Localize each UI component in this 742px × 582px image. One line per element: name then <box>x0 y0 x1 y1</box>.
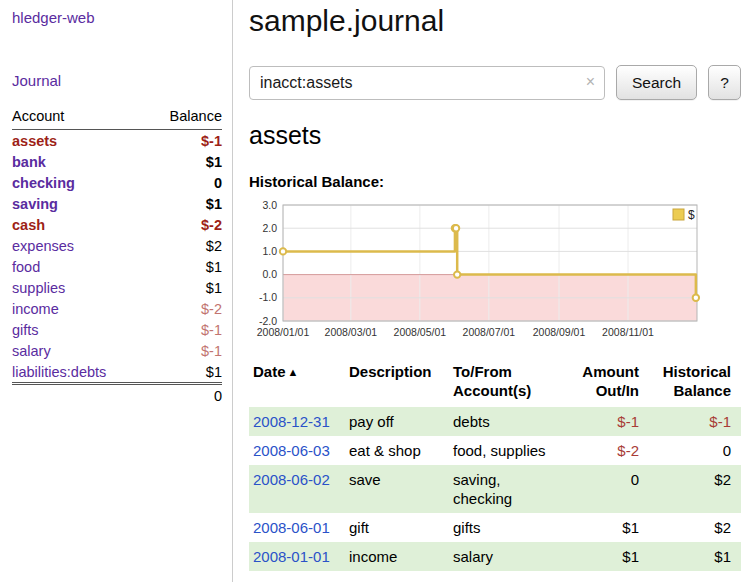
account-link[interactable]: gifts <box>12 322 39 338</box>
account-cell: bank <box>12 151 147 172</box>
search-button[interactable]: Search <box>616 65 697 100</box>
account-cell: expenses <box>12 235 147 256</box>
account-row: bank$1 <box>12 151 222 172</box>
help-button[interactable]: ? <box>708 65 741 100</box>
account-balance: $2 <box>147 235 222 256</box>
accounts-header-balance: Balance <box>147 106 222 130</box>
account-cell: supplies <box>12 277 147 298</box>
transaction-balance: $2 <box>649 465 741 513</box>
transaction-date-cell: 2008-06-03 <box>249 436 349 465</box>
transaction-accounts: salary <box>453 542 571 571</box>
svg-text:2008/01/01: 2008/01/01 <box>257 326 310 338</box>
account-row: income$-2 <box>12 298 222 319</box>
svg-text:2008/05/01: 2008/05/01 <box>394 326 447 338</box>
account-link[interactable]: expenses <box>12 238 74 254</box>
account-link[interactable]: saving <box>12 196 58 212</box>
sidebar: hledger-web Journal Account Balance asse… <box>0 0 233 582</box>
account-cell: assets <box>12 130 147 152</box>
date-header-label: Date <box>253 363 286 380</box>
transaction-accounts: gifts <box>453 513 571 542</box>
account-cell: income <box>12 298 147 319</box>
register-header-description: Description <box>349 360 453 407</box>
register-header-row: Date▲ Description To/From Account(s) Amo… <box>249 360 741 407</box>
account-cell: liabilities:debts <box>12 361 147 384</box>
transaction-date-cell: 2008-01-01 <box>249 542 349 571</box>
accounts-header-line2: Account(s) <box>453 381 561 400</box>
main-content: sample.journal × Search ? assets Histori… <box>233 0 742 582</box>
transaction-date-cell: 2008-06-02 <box>249 465 349 513</box>
transaction-date-link[interactable]: 2008-06-01 <box>253 519 330 536</box>
register-header-date[interactable]: Date▲ <box>249 360 349 407</box>
account-row: expenses$2 <box>12 235 222 256</box>
account-row: liabilities:debts$1 <box>12 361 222 384</box>
account-cell: saving <box>12 193 147 214</box>
account-cell: gifts <box>12 319 147 340</box>
account-row: gifts$-1 <box>12 319 222 340</box>
clear-search-icon[interactable]: × <box>586 73 595 91</box>
search-form: × Search ? <box>249 65 742 100</box>
account-link[interactable]: assets <box>12 133 57 149</box>
sidebar-journal-link[interactable]: Journal <box>12 72 222 89</box>
accounts-header-row: Account Balance <box>12 106 222 130</box>
transaction-date-link[interactable]: 2008-06-03 <box>253 442 330 459</box>
register-row: 2008-06-01giftgifts$1$2 <box>249 513 741 542</box>
account-link[interactable]: checking <box>12 175 75 191</box>
transaction-balance: 0 <box>649 436 741 465</box>
account-row: salary$-1 <box>12 340 222 361</box>
svg-text:2008/07/01: 2008/07/01 <box>463 326 516 338</box>
account-balance: $1 <box>147 277 222 298</box>
account-link[interactable]: cash <box>12 217 45 233</box>
account-link[interactable]: bank <box>12 154 46 170</box>
account-link[interactable]: food <box>12 259 40 275</box>
account-balance: $-1 <box>147 319 222 340</box>
register-row: 2008-06-02savesaving, checking0$2 <box>249 465 741 513</box>
register-row: 2008-06-03eat & shopfood, supplies$-20 <box>249 436 741 465</box>
account-row: saving$1 <box>12 193 222 214</box>
svg-text:$: $ <box>688 208 695 222</box>
svg-text:2008/09/01: 2008/09/01 <box>533 326 586 338</box>
account-balance: $1 <box>147 151 222 172</box>
account-balance: $-2 <box>147 298 222 319</box>
register-header-accounts: To/From Account(s) <box>453 360 571 407</box>
account-link[interactable]: salary <box>12 343 51 359</box>
account-cell: cash <box>12 214 147 235</box>
transaction-date-link[interactable]: 2008-06-02 <box>253 471 330 488</box>
register-header-balance: Historical Balance <box>649 360 741 407</box>
accounts-total-row: 0 <box>12 384 222 407</box>
transaction-description: save <box>349 465 453 513</box>
transaction-date-link[interactable]: 2008-01-01 <box>253 548 330 565</box>
sort-ascending-icon: ▲ <box>288 366 299 378</box>
balance-header-line1: Historical <box>649 362 731 381</box>
svg-text:0.0: 0.0 <box>262 268 277 280</box>
account-link[interactable]: income <box>12 301 59 317</box>
account-cell: food <box>12 256 147 277</box>
app-brand-link[interactable]: hledger-web <box>12 9 222 26</box>
account-balance: $1 <box>147 193 222 214</box>
accounts-total-spacer <box>12 384 147 407</box>
accounts-total-balance: 0 <box>147 384 222 407</box>
account-balance: $1 <box>147 361 222 384</box>
account-row: food$1 <box>12 256 222 277</box>
account-row: assets$-1 <box>12 130 222 152</box>
account-balance: $-1 <box>147 130 222 152</box>
transaction-balance: $2 <box>649 513 741 542</box>
transaction-accounts: food, supplies <box>453 436 571 465</box>
account-balance: 0 <box>147 172 222 193</box>
transaction-description: pay off <box>349 407 453 436</box>
register-row: 2008-12-31pay offdebts$-1$-1 <box>249 407 741 436</box>
search-box: × <box>249 66 605 100</box>
account-link[interactable]: supplies <box>12 280 65 296</box>
account-cell: checking <box>12 172 147 193</box>
amount-header-line1: Amount <box>571 362 639 381</box>
account-balance: $-1 <box>147 340 222 361</box>
accounts-table: Account Balance assets$-1bank$1checking0… <box>12 106 222 407</box>
page-title: sample.journal <box>249 4 742 38</box>
svg-text:3.0: 3.0 <box>262 199 277 211</box>
account-link[interactable]: liabilities:debts <box>12 364 106 380</box>
balance-header-line2: Balance <box>649 381 731 400</box>
transaction-date-link[interactable]: 2008-12-31 <box>253 413 330 430</box>
search-input[interactable] <box>249 66 605 100</box>
register-header-amount: Amount Out/In <box>571 360 649 407</box>
transaction-amount: $1 <box>571 542 649 571</box>
accounts-header-line1: To/From <box>453 362 561 381</box>
